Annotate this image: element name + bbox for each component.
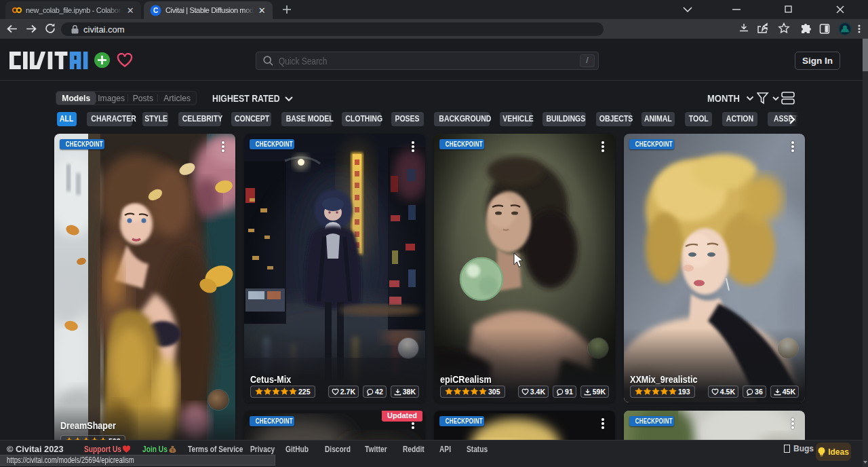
svg-text:C: C bbox=[153, 7, 158, 14]
